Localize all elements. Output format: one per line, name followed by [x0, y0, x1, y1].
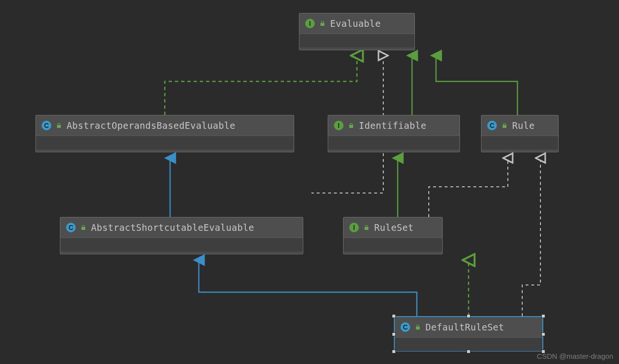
selection-handle[interactable] — [467, 314, 470, 318]
node-ruleset[interactable]: I RuleSet — [343, 217, 443, 254]
edge-ruleset-rule — [429, 158, 508, 217]
edge-default-ascut — [199, 260, 417, 316]
edge-aob-evaluable — [165, 56, 357, 115]
node-label: Evaluable — [330, 18, 381, 29]
node-default-ruleset[interactable]: C DefaultRuleSet — [394, 316, 543, 352]
interface-icon: I — [349, 223, 359, 232]
selection-handle[interactable] — [392, 314, 396, 318]
lock-icon — [320, 19, 325, 28]
node-evaluable[interactable]: I Evaluable — [299, 13, 415, 50]
edge-default-rule — [522, 158, 540, 316]
lock-icon — [80, 223, 86, 232]
selection-handle[interactable] — [541, 332, 545, 336]
interface-icon: I — [305, 19, 315, 28]
selection-handle[interactable] — [467, 350, 470, 353]
lock-icon — [364, 223, 369, 232]
node-label: RuleSet — [374, 222, 413, 233]
node-label: Identifiable — [359, 120, 426, 131]
edges-layer — [0, 0, 619, 364]
class-icon: C — [66, 223, 76, 232]
node-label: Rule — [512, 120, 535, 131]
node-abstract-operands-based-evaluable[interactable]: C AbstractOperandsBasedEvaluable — [35, 115, 294, 152]
node-label: AbstractOperandsBasedEvaluable — [67, 120, 235, 131]
node-label: DefaultRuleSet — [425, 322, 504, 332]
watermark: CSDN @master-dragon — [537, 352, 613, 360]
lock-icon — [56, 121, 62, 130]
selection-handle[interactable] — [541, 314, 545, 318]
diagram-canvas[interactable]: { "nodes": { "evaluable": { "name": "Eva… — [0, 0, 619, 364]
class-icon: C — [401, 322, 410, 332]
interface-icon: I — [334, 121, 344, 130]
class-icon: C — [487, 121, 497, 130]
selection-handle[interactable] — [392, 350, 396, 353]
node-abstract-shortcutable-evaluable[interactable]: C AbstractShortcutableEvaluable — [60, 217, 303, 254]
node-rule[interactable]: C Rule — [481, 115, 559, 152]
selection-handle[interactable] — [392, 332, 396, 336]
lock-icon — [502, 121, 507, 130]
node-identifiable[interactable]: I Identifiable — [328, 115, 460, 152]
lock-icon — [348, 121, 354, 130]
lock-icon — [415, 323, 421, 332]
node-label: AbstractShortcutableEvaluable — [91, 222, 254, 233]
edge-rule-evaluable — [436, 56, 517, 115]
class-icon: C — [42, 121, 51, 130]
